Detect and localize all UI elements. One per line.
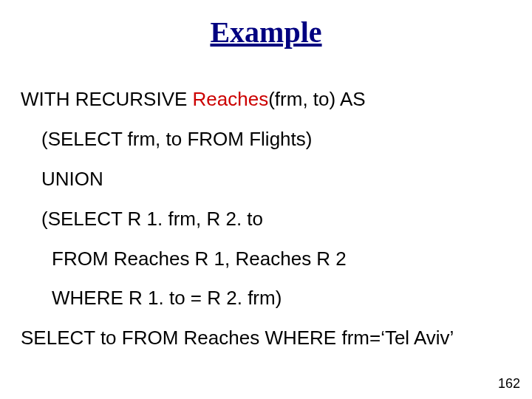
- code-line-2: (SELECT frm, to FROM Flights): [41, 129, 511, 151]
- slide-body: WITH RECURSIVE Reaches(frm, to) AS (SELE…: [21, 89, 511, 367]
- code-line-4: (SELECT R 1. frm, R 2. to: [41, 208, 511, 231]
- code-line-1: WITH RECURSIVE Reaches(frm, to) AS: [21, 89, 511, 111]
- slide: Example WITH RECURSIVE Reaches(frm, to) …: [0, 0, 532, 399]
- code-line-5: FROM Reaches R 1, Reaches R 2: [52, 248, 511, 270]
- page-number: 162: [498, 376, 520, 392]
- code-line-6: WHERE R 1. to = R 2. frm): [52, 287, 511, 310]
- text-frm-to-as: (frm, to) AS: [268, 88, 365, 110]
- slide-title: Example: [0, 15, 532, 50]
- code-line-3: UNION: [41, 168, 511, 191]
- text-with-recursive: WITH RECURSIVE: [21, 88, 193, 110]
- code-line-7: SELECT to FROM Reaches WHERE frm=‘Tel Av…: [21, 327, 511, 349]
- text-reaches-red: Reaches: [193, 88, 269, 110]
